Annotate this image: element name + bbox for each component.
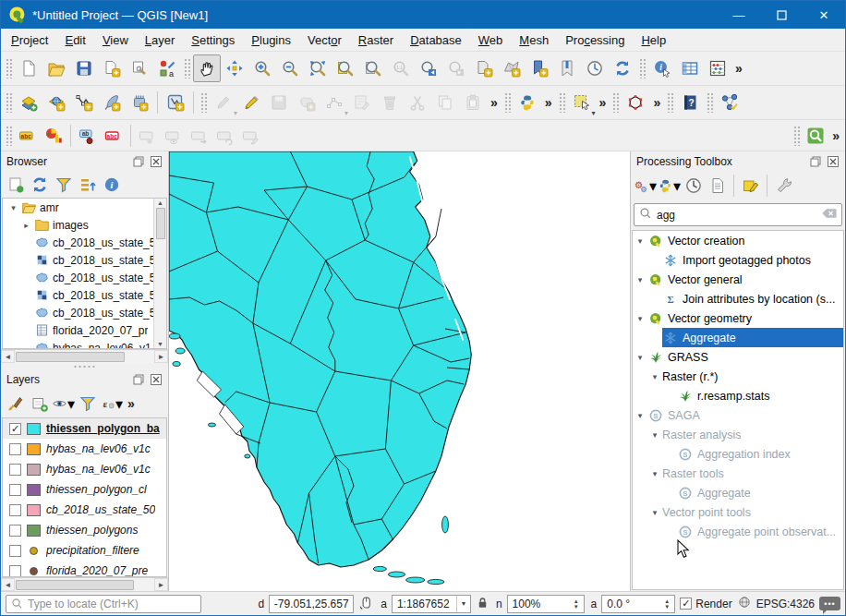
lock-scale-icon[interactable] [476, 596, 489, 612]
mouse-extents-toggle-icon[interactable] [358, 595, 374, 613]
crs-status[interactable]: EPSG:4326 [756, 598, 815, 610]
gears-button[interactable]: ⚙⚙▾ [634, 175, 657, 198]
messages-button[interactable]: ••• [819, 597, 840, 610]
layer-item-thiessen-polygon-ba[interactable]: ✓thiessen_polygon_ba [3, 418, 166, 439]
epsilon-button[interactable]: ε▾ [100, 393, 123, 416]
toolbar-drag-handle[interactable] [184, 58, 190, 79]
menu-project[interactable]: Project [3, 30, 56, 50]
map-view-new-button[interactable] [470, 54, 498, 82]
rotation-spinbox[interactable]: 0.0 °▲▼ [601, 595, 675, 613]
layer-visibility-checkbox[interactable] [9, 565, 21, 577]
add-group-button[interactable] [28, 393, 51, 416]
magnifier-spinbox[interactable]: 100%▲▼ [507, 595, 585, 613]
processing-close-button[interactable] [826, 155, 840, 168]
expander-icon[interactable]: ▾ [633, 275, 647, 284]
python-sm-button[interactable]: ▾ [658, 175, 681, 198]
menu-view[interactable]: View [94, 30, 137, 50]
style-manager-button[interactable]: a [153, 54, 181, 82]
browser-item-cb-2018-us-state-5[interactable]: cb_2018_us_state_5 [3, 251, 166, 269]
menu-raster[interactable]: Raster [350, 30, 402, 50]
zoom-layer-button[interactable] [332, 54, 359, 82]
clear-search-icon[interactable] [822, 208, 837, 222]
expander-icon[interactable]: ▾ [633, 411, 647, 420]
datasource-button[interactable] [15, 89, 42, 116]
processing-search-input[interactable]: agg [634, 203, 842, 226]
minimize-button[interactable]: — [718, 1, 760, 29]
algorithm-aggregate[interactable]: Aggregate [633, 328, 843, 347]
browser-item-cb-2018-us-state-5[interactable]: cb_2018_us_state_5 [3, 286, 166, 304]
toolbar-drag-handle[interactable] [6, 126, 12, 146]
refresh-button[interactable] [28, 174, 51, 197]
help-book-button[interactable]: ? [676, 89, 704, 116]
browser-add-button[interactable] [4, 174, 27, 197]
menu-plugins[interactable]: Plugins [243, 30, 299, 50]
expander-icon[interactable]: ▸ [19, 221, 33, 230]
group-vector-point-tools[interactable]: ▾Vector point tools [633, 502, 843, 522]
layer-item-precipitation-filtere[interactable]: precipitation_filtere [3, 540, 166, 561]
label-yellow-button[interactable]: abc [15, 124, 41, 148]
expander-icon[interactable]: ▾ [647, 469, 662, 478]
layout-new-button[interactable] [98, 54, 126, 82]
refresh-button[interactable] [609, 54, 636, 82]
render-checkbox[interactable]: ✓ Render [680, 598, 731, 610]
menu-processing[interactable]: Processing [557, 30, 633, 50]
group-raster-tools[interactable]: ▾Raster tools [633, 464, 843, 483]
layer-visibility-checkbox[interactable] [9, 484, 21, 496]
menu-vector[interactable]: Vector [299, 30, 350, 50]
python-button[interactable] [514, 89, 541, 116]
file-new-button[interactable] [15, 54, 42, 82]
layer-visibility-checkbox[interactable] [9, 464, 21, 476]
layer-visibility-checkbox[interactable] [9, 504, 21, 516]
toolbar-drag-handle[interactable] [639, 58, 646, 79]
browser-vscrollbar[interactable]: ▲▼ [153, 199, 166, 348]
algorithm-aggregate-point-observat-[interactable]: SAggregate point observat... [633, 522, 843, 541]
toolbar-drag-handle[interactable] [793, 126, 800, 146]
layer-visibility-checkbox[interactable] [9, 443, 21, 455]
layer-visibility-checkbox[interactable] [9, 525, 21, 537]
browser-item-images[interactable]: ▸images [3, 216, 166, 234]
menu-settings[interactable]: Settings [183, 30, 243, 50]
toolbar-drag-handle[interactable] [6, 58, 12, 79]
toolbar-drag-handle[interactable] [667, 92, 673, 113]
browser-item-cb-2018-us-state-5[interactable]: cb_2018_us_state_5 [3, 304, 166, 321]
toolbar-drag-handle[interactable] [6, 92, 12, 113]
layer-visibility-checkbox[interactable]: ✓ [9, 423, 21, 435]
browser-layers-splitter[interactable] [1, 363, 168, 369]
zoom-selection-button[interactable] [359, 54, 387, 82]
zoom-last-button[interactable] [415, 54, 442, 82]
menu-edit[interactable]: Edit [56, 30, 93, 50]
group-vector-geometry[interactable]: ▾Vector geometry [633, 308, 843, 328]
toolbar-overflow-chevron[interactable]: » [731, 61, 746, 76]
new-shp-button[interactable] [70, 89, 98, 116]
layer-item-florida-2020-07-pre[interactable]: florida_2020_07_pre [3, 561, 166, 577]
toolbar-overflow-chevron[interactable]: » [541, 95, 556, 110]
expander-icon[interactable]: ▾ [633, 353, 647, 362]
hex-nodes-button[interactable] [622, 89, 649, 116]
funnel-button[interactable] [76, 393, 99, 416]
layer-visibility-checkbox[interactable] [9, 545, 21, 557]
pan-button[interactable] [193, 54, 221, 82]
algorithm-join-attributes-by-location-s-[interactable]: ΣJoin attributes by location (s... [633, 289, 843, 308]
algorithm-r-resamp-stats[interactable]: r.resamp.stats [633, 386, 843, 405]
maximize-button[interactable] [760, 1, 803, 29]
expander-icon[interactable]: ▾ [6, 203, 20, 212]
select-button[interactable]: ▾ [568, 89, 596, 116]
browser-hscrollbar[interactable]: ◄ ► [1, 349, 168, 363]
layers-float-button[interactable] [131, 373, 145, 386]
browser-item-cb-2018-us-state-5[interactable]: cb_2018_us_state_5 [3, 269, 166, 286]
inplace-button[interactable] [739, 175, 762, 198]
label-pin-button[interactable]: ab [75, 124, 101, 148]
expander-icon[interactable]: ▾ [647, 372, 662, 381]
group-vector-general[interactable]: ▾Vector general [633, 270, 843, 289]
menu-help[interactable]: Help [633, 30, 674, 50]
toolbar-drag-handle[interactable] [200, 92, 207, 113]
group-raster-r-[interactable]: ▾Raster (r.*) [633, 367, 843, 386]
bookmarks-button[interactable] [553, 54, 581, 82]
expander-icon[interactable]: ▾ [633, 236, 647, 246]
pencil-yellow-button[interactable] [237, 89, 265, 116]
menu-layer[interactable]: Layer [137, 30, 184, 50]
new-gpkg-button[interactable] [42, 89, 70, 116]
new-feather-button[interactable] [98, 89, 126, 116]
layer-item-thiessen-polygon-cl[interactable]: thiessen_polygon_cl [3, 479, 166, 500]
browser-item-cb-2018-us-state-5[interactable]: cb_2018_us_state_5 [3, 234, 166, 251]
